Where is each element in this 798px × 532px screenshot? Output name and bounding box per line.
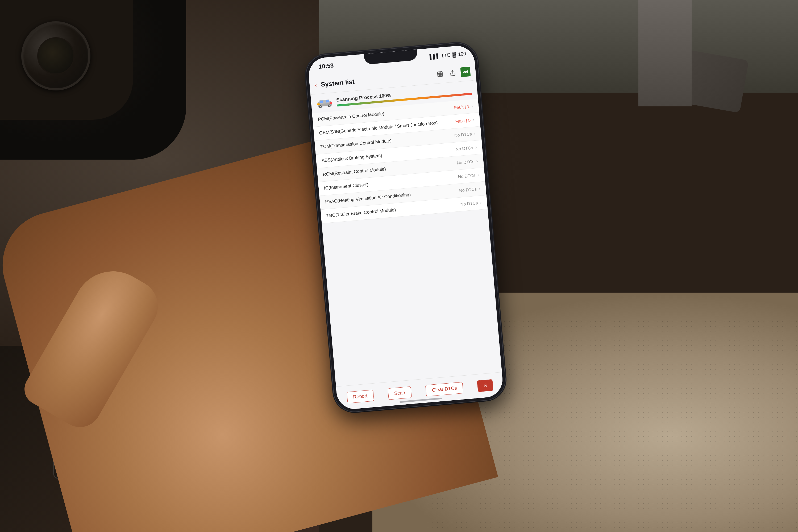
nav-icons: vci: [435, 66, 471, 79]
share-icon[interactable]: [448, 68, 458, 78]
status-badge: Fault | 5: [455, 118, 471, 124]
back-button[interactable]: ‹: [315, 81, 317, 89]
report-button[interactable]: Report: [347, 390, 374, 403]
content-area: Scanning Process 100% PCM(Powertrain Con…: [310, 80, 502, 386]
status-badge: No DTCs: [456, 159, 474, 166]
chevron-right-icon: ›: [477, 172, 480, 178]
system-status: No DTCs ›: [459, 186, 481, 194]
network-label: LTE: [442, 52, 451, 59]
svg-rect-11: [329, 102, 332, 104]
system-status: No DTCs ›: [456, 158, 478, 166]
chevron-right-icon: ›: [475, 145, 477, 151]
phone-body: 10:53 ▌▌▌ LTE ▓ 100 ‹ System list: [304, 41, 507, 414]
status-badge: Fault | 1: [454, 104, 470, 110]
status-badge: No DTCs: [459, 187, 477, 193]
chevron-right-icon: ›: [480, 200, 482, 206]
chevron-right-icon: ›: [471, 103, 474, 109]
knob-inner: [37, 37, 75, 75]
svg-rect-10: [317, 103, 320, 105]
system-status: No DTCs ›: [455, 145, 477, 152]
svg-rect-1: [439, 73, 441, 76]
system-status: No DTCs ›: [458, 172, 480, 180]
status-time: 10:53: [316, 62, 334, 71]
vci-badge: vci: [460, 66, 471, 77]
system-list: PCM(Powertrain Control Module) Fault | 1…: [312, 99, 488, 224]
chevron-right-icon: ›: [476, 158, 478, 164]
system-status: Fault | 1 ›: [454, 103, 474, 111]
svg-rect-5: [326, 100, 329, 103]
car-icon: [316, 97, 333, 109]
system-status: No DTCs ›: [460, 200, 482, 208]
bg-pillar: [639, 0, 691, 107]
screenshot-icon[interactable]: [435, 69, 445, 79]
chevron-right-icon: ›: [478, 186, 481, 192]
battery-level: 100: [458, 51, 466, 57]
status-badge: No DTCs: [454, 132, 472, 138]
system-status: No DTCs ›: [454, 131, 476, 138]
svg-rect-4: [320, 100, 323, 103]
status-icons: ▌▌▌ LTE ▓ 100: [429, 51, 466, 60]
battery-icon: ▓: [452, 52, 456, 58]
chevron-right-icon: ›: [474, 131, 476, 137]
phone: 10:53 ▌▌▌ LTE ▓ 100 ‹ System list: [304, 41, 507, 414]
status-badge: No DTCs: [460, 201, 478, 207]
clear-dtcs-button[interactable]: Clear DTCs: [425, 382, 463, 397]
system-status: Fault | 5 ›: [455, 117, 475, 125]
status-badge: No DTCs: [458, 173, 476, 179]
extra-button[interactable]: S: [477, 379, 494, 392]
chevron-right-icon: ›: [472, 117, 475, 123]
phone-screen: 10:53 ▌▌▌ LTE ▓ 100 ‹ System list: [307, 44, 504, 411]
scan-button[interactable]: Scan: [387, 386, 412, 400]
status-badge: No DTCs: [455, 145, 473, 152]
signal-icon: ▌▌▌: [429, 53, 440, 60]
